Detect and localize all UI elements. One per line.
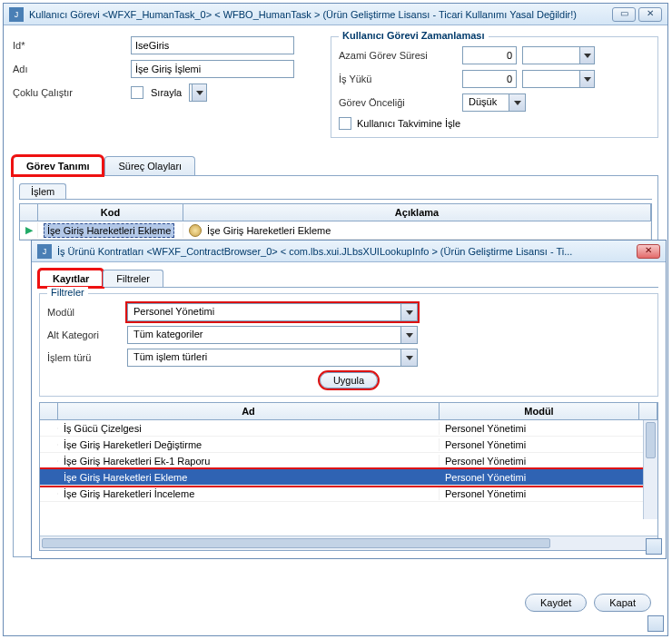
priority-label: Görev Önceliği xyxy=(339,97,457,108)
filter-legend: Filtreler xyxy=(47,287,88,298)
module-combo[interactable]: Personel Yönetimi xyxy=(127,303,418,321)
apply-button[interactable]: Uygula xyxy=(320,372,378,388)
window-title: Kullanıcı Görevi <WFXF_HumanTask_0> < WF… xyxy=(29,9,612,20)
scheduling-legend: Kullanıcı Görevi Zamanlaması xyxy=(339,30,489,41)
resize-grip-main[interactable] xyxy=(647,615,664,632)
popup-tab-records[interactable]: Kayıtlar xyxy=(39,270,103,287)
cell-ad: İş Gücü Çizelgesi xyxy=(58,422,440,435)
popup-close-button[interactable]: ✕ xyxy=(637,244,660,259)
scheduling-fieldset: Kullanıcı Görevi Zamanlaması Azami Görev… xyxy=(331,36,658,138)
module-label: Modül xyxy=(47,307,120,318)
cell-ad: İşe Giriş Hareketleri Ekleme xyxy=(58,471,440,484)
tab-task-definition-label: Görev Tanımı xyxy=(26,161,89,172)
priority-value: Düşük xyxy=(463,94,509,111)
row-marker-header xyxy=(20,204,38,221)
col-aciklama-header[interactable]: Açıklama xyxy=(183,204,651,221)
workload-label: İş Yükü xyxy=(339,74,457,84)
user-calendar-label: Kullanıcı Takvimine İşle xyxy=(357,118,460,129)
main-tabbar: Görev Tanımı Süreç Olayları xyxy=(13,156,658,176)
subtab-islem-label: İşlem xyxy=(31,186,54,197)
subcategory-combo[interactable]: Tüm kategoriler xyxy=(127,326,418,344)
popup-body: Kayıtlar Filtreler Filtreler Modül Perso… xyxy=(32,262,666,558)
sequential-label: Sırayla xyxy=(151,87,182,98)
table-row[interactable]: ▶ İşe Giriş Hareketleri Ekleme İşe Giriş… xyxy=(20,221,651,240)
popup-titlebar[interactable]: J İş Ürünü Kontratları <WFXF_ContractBro… xyxy=(32,241,666,262)
filter-fieldset: Filtreler Modül Personel Yönetimi Alt Ka… xyxy=(39,293,658,397)
results-table: Ad Modül İş Gücü ÇizelgesiPersonel Yönet… xyxy=(39,402,658,551)
lookup-popup: J İş Ürünü Kontratları <WFXF_ContractBro… xyxy=(31,240,667,559)
row-kod-cell[interactable]: İşe Giriş Hareketleri Ekleme xyxy=(44,223,174,238)
chevron-down-icon xyxy=(400,327,417,343)
chevron-down-icon xyxy=(400,304,417,320)
popup-tab-records-label: Kayıtlar xyxy=(53,273,89,284)
vertical-scrollbar[interactable] xyxy=(643,420,657,519)
tab-task-definition[interactable]: Görev Tanımı xyxy=(13,156,103,175)
cell-modul: Personel Yönetimi xyxy=(440,422,657,435)
sequential-combo[interactable] xyxy=(189,84,207,102)
workload-unit-combo[interactable] xyxy=(522,70,595,88)
id-label: Id* xyxy=(13,40,131,51)
row-marker-icon: ▶ xyxy=(25,224,33,236)
tab-process-events-label: Süreç Olayları xyxy=(118,161,182,172)
popup-title: İş Ürünü Kontratları <WFXF_ContractBrows… xyxy=(57,246,637,257)
max-duration-label: Azami Görev Süresi xyxy=(339,50,457,61)
operation-type-combo[interactable]: Tüm işlem türleri xyxy=(127,349,418,367)
task-form: Id* Adı Çoklu Çalıştır Sırayla xyxy=(13,36,321,138)
chevron-down-icon xyxy=(400,349,417,366)
workload-input[interactable] xyxy=(462,70,517,88)
popup-app-icon: J xyxy=(37,244,52,259)
optype-value: Tüm işlem türleri xyxy=(128,349,400,366)
horizontal-scrollbar[interactable] xyxy=(40,536,657,550)
row-type-icon xyxy=(189,224,202,237)
cell-modul: Personel Yönetimi xyxy=(440,487,657,500)
cell-ad: İşe Giriş Hareketleri İnceleme xyxy=(58,487,440,500)
scroll-header-spacer xyxy=(639,403,657,419)
main-titlebar[interactable]: J Kullanıcı Görevi <WFXF_HumanTask_0> < … xyxy=(4,4,667,25)
close-button[interactable]: Kapat xyxy=(594,594,651,612)
islem-table: Kod Açıklama ▶ İşe Giriş Hareketleri Ekl… xyxy=(19,203,652,241)
optype-label: İşlem türü xyxy=(47,352,120,363)
cell-modul: Personel Yönetimi xyxy=(440,455,657,467)
maximize-button[interactable]: ▭ xyxy=(612,7,636,22)
col-modul-header[interactable]: Modül xyxy=(440,403,639,419)
app-icon: J xyxy=(9,7,24,22)
list-item[interactable]: İş Gücü ÇizelgesiPersonel Yönetimi xyxy=(40,420,657,437)
id-input[interactable] xyxy=(131,36,294,54)
subtab-islem[interactable]: İşlem xyxy=(19,183,66,199)
resize-grip-popup[interactable] xyxy=(646,538,662,555)
window-controls: ▭ ✕ xyxy=(612,7,662,22)
subcat-value: Tüm kategoriler xyxy=(128,327,400,343)
cell-modul: Personel Yönetimi xyxy=(440,438,657,451)
user-calendar-checkbox[interactable] xyxy=(339,117,351,130)
col-ad-header[interactable]: Ad xyxy=(58,403,440,419)
name-label: Adı xyxy=(13,64,131,74)
col-kod-header[interactable]: Kod xyxy=(38,204,183,221)
save-button[interactable]: Kaydet xyxy=(525,594,587,612)
popup-tab-filters[interactable]: Filtreler xyxy=(103,270,163,287)
module-value: Personel Yönetimi xyxy=(128,304,400,320)
row-aciklama-cell: İşe Giriş Hareketleri Ekleme xyxy=(207,225,331,236)
multirun-label: Çoklu Çalıştır xyxy=(13,87,131,98)
multirun-checkbox[interactable] xyxy=(131,86,143,99)
row-handle-header xyxy=(40,403,58,419)
subcat-label: Alt Kategori xyxy=(47,329,120,340)
close-button-main[interactable]: ✕ xyxy=(638,7,662,22)
cell-ad: İşe Giriş Hareketleri Değiştirme xyxy=(58,438,440,451)
max-duration-input[interactable] xyxy=(462,46,517,64)
list-item[interactable]: İşe Giriş Hareketleri İncelemePersonel Y… xyxy=(40,486,657,502)
list-item[interactable]: İşe Giriş Hareketleri EklemePersonel Yön… xyxy=(40,469,657,486)
popup-tab-filters-label: Filtreler xyxy=(116,273,150,284)
tab-process-events[interactable]: Süreç Olayları xyxy=(104,156,195,175)
name-input[interactable] xyxy=(131,60,294,78)
cell-modul: Personel Yönetimi xyxy=(440,471,657,484)
footer-buttons: Kaydet Kapat xyxy=(525,594,651,612)
priority-combo[interactable]: Düşük xyxy=(462,93,526,112)
max-duration-unit-combo[interactable] xyxy=(522,46,595,64)
list-item[interactable]: İşe Giriş Hareketleri Ek-1 RaporuPersone… xyxy=(40,453,657,469)
cell-ad: İşe Giriş Hareketleri Ek-1 Raporu xyxy=(58,455,440,467)
apply-button-label: Uygula xyxy=(333,375,364,386)
list-item[interactable]: İşe Giriş Hareketleri DeğiştirmePersonel… xyxy=(40,437,657,453)
